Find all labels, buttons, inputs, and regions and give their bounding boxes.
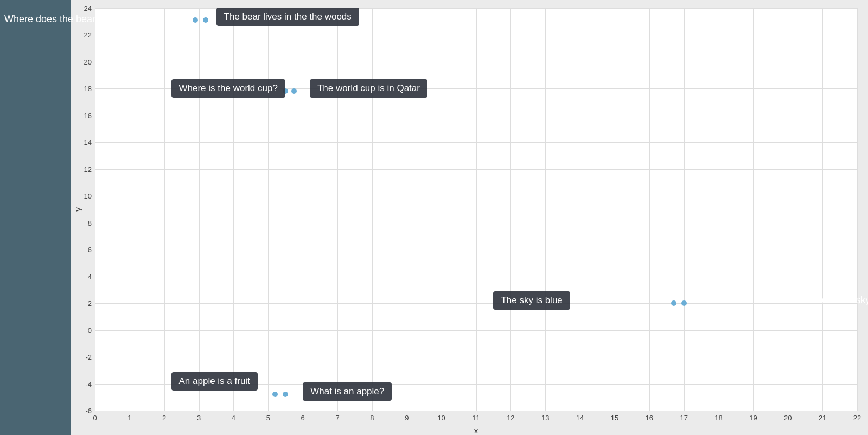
chart-area [71, 0, 868, 435]
label-apple-question: What is an apple? [303, 382, 392, 401]
chart-container: Where does the bear live? -6-4-202468101… [0, 0, 868, 435]
dot-sky-1 [671, 300, 676, 306]
dot-sky-2 [681, 300, 687, 306]
label-sky-answer: The sky is blue [493, 291, 570, 310]
label-apple-answer: An apple is a fruit [171, 372, 258, 391]
question-bear: Where does the bear live? [1, 11, 122, 27]
label-bear-answer: The bear lives in the the woods [216, 8, 359, 26]
label-sky-question: What color is the sky? [780, 295, 868, 306]
label-worldcup-answer: The world cup is in Qatar [310, 79, 427, 98]
label-worldcup-question: Where is the world cup? [171, 79, 285, 98]
left-sidebar [0, 0, 71, 435]
